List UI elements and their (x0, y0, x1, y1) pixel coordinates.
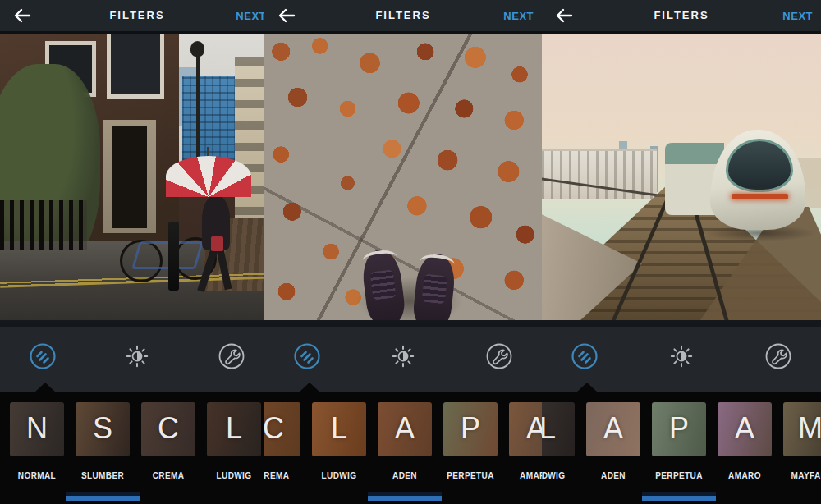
next-button[interactable]: NEXT (236, 0, 266, 31)
red-bag (211, 236, 223, 251)
street-lamp-head (190, 41, 204, 57)
lux-tab[interactable] (665, 340, 698, 373)
sun-contrast-icon (122, 341, 152, 371)
filter-letter: A (718, 411, 772, 446)
filter-letter: N (10, 411, 64, 446)
iron-fence (0, 200, 87, 250)
filter-letter: L (207, 411, 261, 446)
filter-letter: A (586, 411, 640, 446)
left-sneaker (360, 248, 407, 320)
filter-letter: A (378, 411, 432, 446)
filter-label: PERPETUA (433, 471, 507, 480)
filter-thumb[interactable]: N (10, 402, 64, 456)
photo-canvas-leaves[interactable] (264, 31, 542, 320)
page-title: FILTERS (542, 0, 821, 31)
filters-tab[interactable] (26, 340, 59, 373)
photo-canvas-street[interactable] (0, 31, 274, 320)
filter-label: LUDWIG (302, 471, 376, 480)
filter-screen-3: FILTERS NEXT (542, 0, 821, 504)
red-white-umbrella (166, 156, 251, 197)
filter-label: ADEN (576, 471, 650, 480)
filter-letter: L (312, 411, 366, 446)
divider (264, 320, 542, 327)
filter-thumb[interactable]: A (509, 402, 542, 456)
black-door (112, 126, 147, 228)
edit-tab[interactable] (215, 340, 248, 373)
filter-strip[interactable]: LLUDWIGAADENPPERPETUAAAMAROMMAYFAIR (542, 392, 821, 504)
filter-thumb[interactable]: A (378, 402, 432, 456)
filter-label: LUDWIG (197, 471, 271, 480)
page-title: FILTERS (0, 0, 274, 31)
filter-letter: C (141, 411, 195, 446)
top-bar: FILTERS NEXT (264, 0, 542, 31)
filter-thumb[interactable]: S (76, 402, 130, 456)
filter-letter: P (443, 411, 498, 446)
filter-thumb[interactable]: L (207, 402, 261, 456)
filters-tab[interactable] (568, 340, 601, 373)
filters-tab[interactable] (291, 340, 323, 373)
edit-tab[interactable] (762, 340, 795, 373)
filter-thumb[interactable]: C (141, 402, 195, 456)
filter-letter: P (652, 411, 706, 446)
bollard (168, 222, 179, 291)
filter-hatch-icon (28, 341, 57, 371)
selected-tab-pointer (34, 383, 56, 392)
filter-letter: A (509, 411, 542, 446)
tools-bar (0, 327, 274, 392)
filter-thumb[interactable]: A (718, 402, 772, 456)
filter-hatch-icon (570, 341, 599, 371)
selected-filter-underline (66, 496, 140, 501)
filter-strip[interactable]: CCREMALLUDWIGAADENPPERPETUAAAMARO (264, 392, 542, 504)
filter-label: MAYFAIR (773, 471, 821, 480)
filter-screen-1: FILTERS NEXT (0, 0, 274, 504)
wrench-icon (764, 341, 793, 371)
filter-letter: C (264, 411, 300, 446)
filter-thumb[interactable]: P (443, 402, 498, 456)
tools-bar (542, 327, 821, 392)
filter-thumb[interactable]: A (586, 402, 640, 456)
filter-screen-2: FILTERS NEXT CCREMALLUDWIGAADENPPERPETUA… (264, 0, 542, 504)
page-title: FILTERS (264, 0, 542, 31)
filter-letter: S (76, 411, 130, 446)
filter-strip[interactable]: NNORMALSSLUMBERCCREMALLUDWIG (0, 392, 274, 504)
filter-thumb[interactable]: P (652, 402, 706, 456)
filter-label: NORMAL (0, 471, 74, 480)
filter-hatch-icon (292, 341, 322, 371)
edit-tab[interactable] (483, 340, 516, 373)
selected-filter-underline (642, 496, 716, 501)
selected-tab-pointer (576, 383, 598, 392)
divider (0, 320, 274, 327)
sun-contrast-icon (667, 341, 696, 371)
wrench-icon (484, 341, 514, 371)
lux-tab[interactable] (387, 340, 420, 373)
screenshot-canvas: FILTERS NEXT (0, 0, 821, 504)
filter-letter: M (783, 411, 821, 446)
right-sneaker (411, 252, 456, 320)
lux-tab[interactable] (121, 340, 154, 373)
filter-letter: L (542, 411, 575, 446)
next-button[interactable]: NEXT (782, 0, 813, 31)
tools-bar (264, 327, 542, 392)
filter-label: PERPETUA (642, 471, 716, 480)
filter-label: AMARO (499, 471, 542, 480)
sun-contrast-icon (388, 341, 418, 371)
filter-thumb[interactable]: L (312, 402, 366, 456)
filter-label: ADEN (368, 471, 442, 480)
top-bar: FILTERS NEXT (542, 0, 821, 31)
filter-thumb[interactable]: L (542, 402, 575, 456)
filter-thumb[interactable]: M (783, 402, 821, 456)
filter-label: SLUMBER (66, 471, 140, 480)
next-button[interactable]: NEXT (503, 0, 534, 31)
filter-label: AMARO (708, 471, 782, 480)
top-bar: FILTERS NEXT (0, 0, 274, 31)
bicycle-frame (131, 241, 204, 269)
selected-filter-underline (368, 496, 442, 501)
window (107, 31, 164, 99)
divider (542, 320, 821, 327)
wrench-icon (217, 341, 246, 371)
filter-label: CREMA (131, 471, 205, 480)
filter-thumb[interactable]: C (264, 402, 300, 456)
photo-canvas-train[interactable] (542, 31, 821, 320)
selected-tab-pointer (299, 383, 320, 392)
